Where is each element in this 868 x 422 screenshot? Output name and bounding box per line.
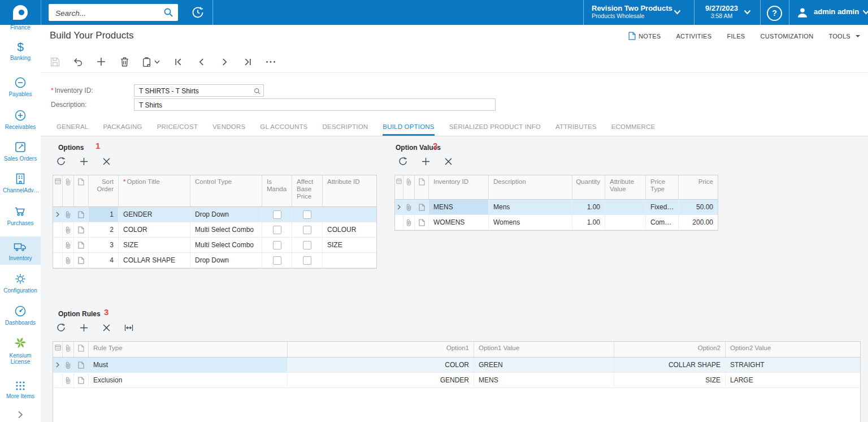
option-rules-row-must[interactable]: Must COLOR GREEN COLLAR SHAPE STRAIGHT <box>53 358 860 373</box>
grid-settings-icon[interactable] <box>395 175 403 199</box>
delete-row-icon[interactable] <box>444 158 453 165</box>
refresh-icon[interactable] <box>57 157 66 166</box>
cell-control-type[interactable]: Multi Select Combo <box>190 238 262 252</box>
column-header-rule-type[interactable]: Rule Type <box>89 342 288 357</box>
lookup-magnifier-icon[interactable] <box>254 88 261 94</box>
sidebar-item-finance[interactable]: Finance <box>0 24 41 31</box>
cell-option-title[interactable]: COLLAR SHAPE <box>119 253 190 268</box>
acumatica-logo[interactable] <box>0 0 41 25</box>
tab-price-cost[interactable]: PRICE/COST <box>157 118 198 136</box>
global-search[interactable] <box>49 4 178 21</box>
note-icon[interactable] <box>74 238 89 252</box>
note-icon[interactable] <box>415 200 429 214</box>
add-row-icon[interactable] <box>79 324 88 332</box>
cell-sort-order[interactable]: 2 <box>89 222 119 237</box>
cell-price-type[interactable]: Com… <box>646 215 679 230</box>
notes-link[interactable]: NOTES <box>628 32 661 40</box>
cell-rule-type[interactable]: Must <box>89 358 288 372</box>
tab-packaging[interactable]: PACKAGING <box>103 118 142 136</box>
is-mandatory-checkbox[interactable] <box>262 238 292 252</box>
description-input[interactable] <box>138 99 487 111</box>
user-menu[interactable]: admin admin <box>814 7 859 16</box>
tab-ecommerce[interactable]: ECOMMERCE <box>611 118 656 136</box>
sidebar-item-banking[interactable]: $ Banking <box>0 41 41 61</box>
cell-sort-order[interactable]: 3 <box>89 238 119 252</box>
save-button[interactable] <box>50 57 60 67</box>
options-row-gender[interactable]: 1 GENDER Drop Down <box>53 207 376 222</box>
note-icon[interactable] <box>415 215 429 230</box>
tools-link[interactable]: TOOLS <box>828 33 860 40</box>
cell-price[interactable]: 50.00 <box>679 200 718 214</box>
column-header-attribute-value[interactable]: Attribute Value <box>605 175 646 199</box>
search-input[interactable] <box>54 5 164 21</box>
add-row-icon[interactable] <box>79 157 88 166</box>
cell-option2-value[interactable]: STRAIGHT <box>726 358 860 372</box>
cell-option1-value[interactable]: GREEN <box>474 358 614 372</box>
sidebar-item-inventory[interactable]: Inventory <box>0 240 41 261</box>
go-last-icon[interactable] <box>242 58 253 66</box>
affect-base-price-checkbox[interactable] <box>292 207 323 222</box>
paperclip-icon[interactable] <box>63 207 74 222</box>
inventory-id-field[interactable] <box>134 84 264 97</box>
options-row-size[interactable]: 3 SIZE Multi Select Combo SIZE <box>53 238 376 253</box>
sidebar-item-receivables[interactable]: Receivables <box>0 109 41 130</box>
option-rules-row-exclusion[interactable]: Exclusion GENDER MENS SIZE LARGE <box>53 373 860 388</box>
cell-attribute-id[interactable]: COLOUR <box>323 222 376 237</box>
paperclip-icon[interactable] <box>63 238 74 252</box>
company-branch-selector[interactable]: Revision Two Products Products Wholesale <box>592 4 672 19</box>
options-row-collar-shape[interactable]: 4 COLLAR SHAPE Drop Down <box>53 253 376 268</box>
tab-gl-accounts[interactable]: GL ACCOUNTS <box>260 118 307 136</box>
cell-option-title[interactable]: SIZE <box>119 238 190 252</box>
sidebar-expand-chevron[interactable] <box>0 411 41 420</box>
sidebar-item-sales-orders[interactable]: Sales Orders <box>0 140 41 162</box>
column-header-sort-order[interactable]: Sort Order <box>89 175 119 206</box>
activities-link[interactable]: ACTIVITIES <box>676 33 711 40</box>
cell-price[interactable]: 200.00 <box>679 215 718 230</box>
cell-quantity[interactable]: 1.00 <box>572 200 605 214</box>
column-header-description[interactable]: Description <box>489 175 572 199</box>
business-date-clock-icon[interactable] <box>191 6 205 19</box>
column-header-price-type[interactable]: Price Type <box>646 175 679 199</box>
sidebar-item-kensium-license[interactable]: Kensium License <box>0 335 41 365</box>
cell-option-title[interactable]: COLOR <box>119 222 190 237</box>
sidebar-item-purchases[interactable]: Purchases <box>0 205 41 226</box>
fit-width-icon[interactable] <box>124 324 133 331</box>
is-mandatory-checkbox[interactable] <box>262 222 292 237</box>
help-icon[interactable]: ? <box>767 6 782 21</box>
option-values-row-womens[interactable]: WOMENS Womens 1.00 Com… 200.00 <box>395 215 718 230</box>
paperclip-icon[interactable] <box>63 358 74 372</box>
description-field[interactable] <box>134 98 496 111</box>
delete-row-icon[interactable] <box>102 324 111 331</box>
grid-settings-icon[interactable] <box>53 342 63 357</box>
sidebar-item-more-items[interactable]: More Items <box>0 380 41 399</box>
sidebar-item-dashboards[interactable]: Dashboards <box>0 304 41 326</box>
refresh-icon[interactable] <box>57 323 66 332</box>
note-icon[interactable] <box>74 373 89 387</box>
files-link[interactable]: FILES <box>727 33 745 40</box>
cell-attribute-id[interactable] <box>323 207 376 222</box>
affect-base-price-checkbox[interactable] <box>292 222 323 237</box>
refresh-icon[interactable] <box>398 157 407 166</box>
tab-attributes[interactable]: ATTRIBUTES <box>555 118 597 136</box>
search-icon[interactable] <box>163 7 173 18</box>
cell-control-type[interactable]: Drop Down <box>190 253 262 268</box>
option-values-row-mens[interactable]: MENS Mens 1.00 Fixed… 50.00 <box>395 200 718 215</box>
column-header-price[interactable]: Price <box>679 175 718 199</box>
inventory-id-input[interactable] <box>138 85 255 97</box>
column-header-option1[interactable]: Option1 <box>288 342 474 357</box>
affect-base-price-checkbox[interactable] <box>292 238 323 252</box>
is-mandatory-checkbox[interactable] <box>262 253 292 268</box>
cell-attribute-value[interactable] <box>605 215 646 230</box>
affect-base-price-checkbox[interactable] <box>292 253 323 268</box>
column-header-option1-value[interactable]: Option1 Value <box>474 342 614 357</box>
cell-option2[interactable]: SIZE <box>614 373 726 387</box>
cell-attribute-id[interactable] <box>323 253 376 268</box>
column-header-option2-value[interactable]: Option2 Value <box>726 342 860 357</box>
cell-inventory-id[interactable]: MENS <box>429 200 489 214</box>
go-previous-icon[interactable] <box>196 58 206 66</box>
column-header-control-type[interactable]: Control Type <box>190 175 262 206</box>
column-header-quantity[interactable]: Quantity <box>572 175 605 199</box>
column-header-option-title[interactable]: *Option Title <box>119 175 190 206</box>
note-icon[interactable] <box>74 222 89 237</box>
more-actions-icon[interactable] <box>266 61 276 63</box>
